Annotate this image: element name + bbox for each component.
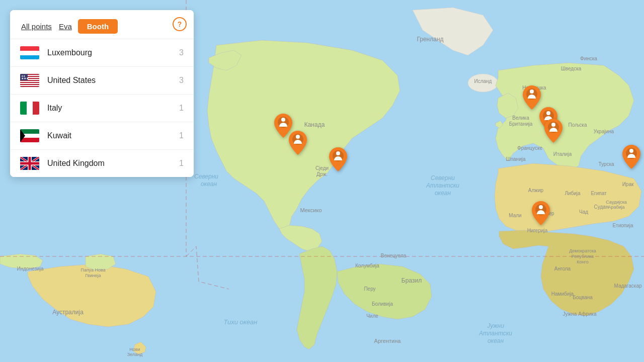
svg-point-66 <box>296 135 300 139</box>
svg-text:Тихи океан: Тихи океан <box>224 318 258 326</box>
country-count: 1 <box>179 104 184 113</box>
tab-eva[interactable]: Eva <box>58 20 73 33</box>
country-name: Italy <box>47 104 179 113</box>
sidebar-panel: All points Eva Booth ? Luxembourg 3 <box>10 10 194 177</box>
svg-text:Чиле: Чиле <box>366 313 378 319</box>
flag-kuwait <box>20 129 39 142</box>
svg-rect-80 <box>20 51 39 55</box>
marker-lu-2[interactable] <box>544 119 562 145</box>
list-item[interactable]: United Kingdom 1 <box>10 150 194 177</box>
svg-text:Мадагаскар: Мадагаскар <box>614 283 642 289</box>
marker-kw-1[interactable] <box>532 201 550 227</box>
svg-text:Египат: Египат <box>591 191 607 196</box>
svg-text:Боливија: Боливија <box>372 301 393 307</box>
svg-text:Колумбија: Колумбија <box>355 263 379 268</box>
marker-uk-1[interactable] <box>523 85 541 112</box>
svg-text:океан: океан <box>488 337 504 344</box>
svg-text:Пољска: Пољска <box>569 122 587 128</box>
svg-text:Француске: Француске <box>517 145 542 151</box>
svg-rect-87 <box>20 83 39 84</box>
svg-text:Бразил: Бразил <box>401 277 422 284</box>
svg-text:Финска: Финска <box>580 56 597 61</box>
svg-text:Саудијска: Саудијска <box>606 200 627 205</box>
svg-text:Намибија: Намибија <box>551 291 574 297</box>
svg-text:Гвинеја: Гвинеја <box>85 273 101 278</box>
svg-point-72 <box>546 111 550 115</box>
svg-text:Венецуела: Венецуела <box>381 253 407 258</box>
svg-text:Судан: Судан <box>594 204 609 210</box>
country-count: 1 <box>179 131 184 140</box>
svg-text:Аустралија: Аустралија <box>52 309 84 316</box>
svg-rect-92 <box>20 102 27 115</box>
svg-rect-79 <box>20 46 39 51</box>
svg-point-64 <box>281 118 285 122</box>
country-name: Luxembourg <box>47 48 179 57</box>
svg-text:Турска: Турска <box>598 161 614 167</box>
svg-text:Шведска: Шведска <box>561 66 582 71</box>
marker-us-3[interactable] <box>329 147 347 173</box>
svg-text:Исланд: Исланд <box>474 78 492 84</box>
svg-text:★★: ★★ <box>21 74 26 77</box>
svg-point-78 <box>539 205 543 209</box>
svg-rect-88 <box>20 85 39 86</box>
svg-text:Италија: Италија <box>553 151 572 157</box>
svg-text:Велика: Велика <box>512 115 529 121</box>
svg-text:Северни: Северни <box>194 173 218 180</box>
marker-us-2[interactable] <box>289 131 307 157</box>
svg-text:Чад: Чад <box>579 209 588 215</box>
list-item[interactable]: Kuwait 1 <box>10 122 194 150</box>
svg-text:Мексико: Мексико <box>300 207 321 213</box>
list-item[interactable]: ★★★ ★★ United States 3 <box>10 67 194 95</box>
flag-luxembourg <box>20 46 39 59</box>
svg-text:Арабија: Арабија <box>608 205 624 210</box>
svg-text:Северни: Северни <box>431 174 455 182</box>
svg-text:Либија: Либија <box>565 191 581 196</box>
marker-it-1[interactable] <box>622 145 640 171</box>
svg-text:Демократска: Демократска <box>569 248 596 253</box>
list-item[interactable]: Italy 1 <box>10 95 194 122</box>
svg-point-70 <box>530 89 534 94</box>
svg-text:Нови: Нови <box>129 347 140 352</box>
svg-text:Јужна Африка: Јужна Африка <box>563 311 597 317</box>
svg-point-74 <box>551 123 555 127</box>
svg-text:Држ.: Држ. <box>316 171 328 177</box>
help-button[interactable]: ? <box>173 17 187 31</box>
country-list: Luxembourg 3 ★★★ ★★ U <box>10 39 194 177</box>
flag-italy <box>20 102 39 115</box>
svg-text:Боцвана: Боцвана <box>573 295 593 300</box>
country-count: 1 <box>179 159 184 168</box>
tab-all-points[interactable]: All points <box>20 20 53 33</box>
country-count: 3 <box>179 48 184 57</box>
tab-booth[interactable]: Booth <box>78 19 118 34</box>
svg-rect-81 <box>20 55 39 59</box>
svg-point-76 <box>629 149 633 153</box>
flag-us: ★★★ ★★ <box>20 74 39 87</box>
svg-text:Алжир: Алжир <box>528 188 544 193</box>
svg-text:океан: океан <box>201 180 217 188</box>
svg-text:Шпанија: Шпанија <box>506 156 525 162</box>
svg-text:Сједи: Сједи <box>315 165 329 171</box>
svg-text:Аргентина: Аргентина <box>374 338 401 344</box>
svg-text:Перу: Перу <box>364 286 375 292</box>
svg-text:Атлантски: Атлантски <box>478 330 512 337</box>
svg-text:Индонезија: Индонезија <box>17 266 44 272</box>
svg-text:океан: океан <box>435 190 451 197</box>
svg-text:Британија: Британија <box>509 121 533 127</box>
svg-text:Конго: Конго <box>577 259 588 264</box>
svg-text:Етиопија: Етиопија <box>612 223 633 228</box>
country-name: United Kingdom <box>47 159 179 168</box>
svg-text:Ирак: Ирак <box>622 182 634 187</box>
sidebar-header: All points Eva Booth ? <box>10 10 194 39</box>
svg-text:Зеланд: Зеланд <box>127 352 143 357</box>
svg-rect-107 <box>20 162 39 165</box>
svg-text:Атлантски: Атлантски <box>426 182 459 189</box>
tab-row: All points Eva Booth <box>20 19 184 34</box>
country-name: United States <box>47 76 179 85</box>
svg-text:Ангола: Ангола <box>554 266 571 272</box>
svg-point-68 <box>336 151 340 155</box>
list-item[interactable]: Luxembourg 3 <box>10 39 194 67</box>
svg-text:Република: Република <box>572 254 594 259</box>
svg-text:Мали: Мали <box>509 213 521 218</box>
svg-text:Канада: Канада <box>304 121 325 128</box>
svg-rect-86 <box>20 81 39 82</box>
